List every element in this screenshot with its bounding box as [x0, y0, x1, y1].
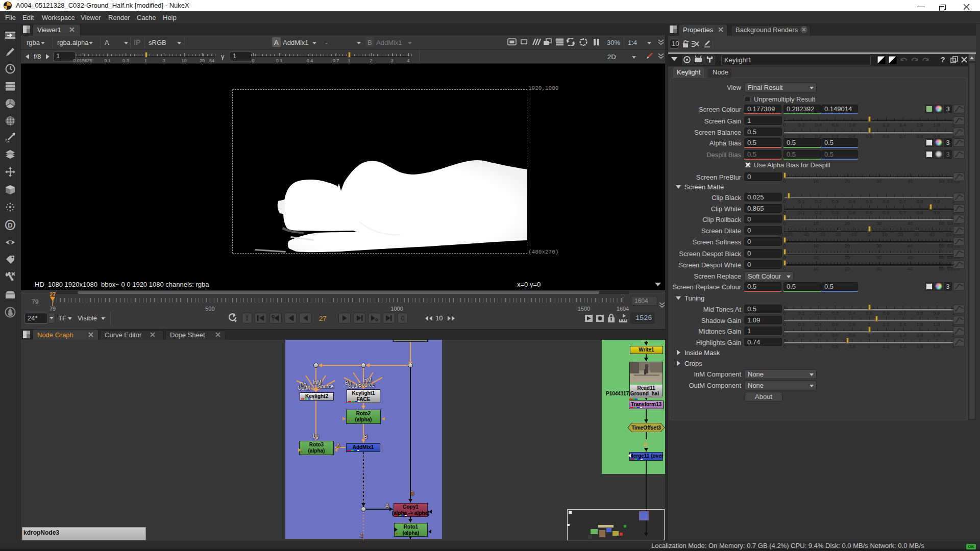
svg-text:D: D: [8, 221, 12, 229]
svg-text:O: O: [401, 315, 404, 322]
svg-text:I: I: [245, 315, 249, 322]
svg-text:TimeOffset3: TimeOffset3: [631, 425, 661, 431]
